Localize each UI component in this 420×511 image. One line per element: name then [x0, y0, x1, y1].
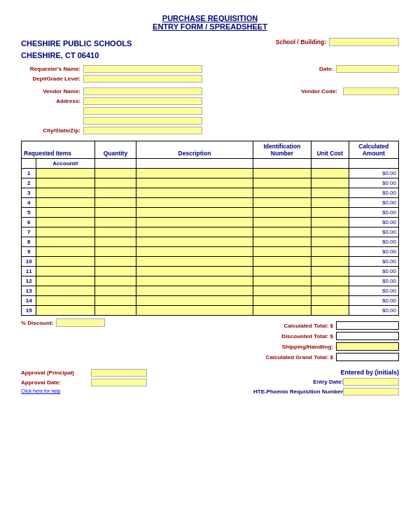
shipping-input[interactable] [336, 342, 399, 351]
id-number-cell[interactable] [253, 257, 311, 267]
unit-cost-cell[interactable] [312, 247, 349, 257]
account-cell[interactable] [36, 218, 94, 227]
address-row2 [21, 107, 259, 115]
id-number-cell[interactable] [253, 218, 311, 227]
account-cell[interactable] [36, 306, 94, 316]
unit-cost-cell[interactable] [312, 227, 349, 237]
discount-input[interactable] [56, 318, 105, 327]
link-row[interactable]: Click here for help [21, 388, 161, 393]
unit-cost-cell[interactable] [312, 237, 349, 247]
description-cell[interactable] [136, 296, 253, 306]
address-input3[interactable] [83, 117, 202, 125]
help-link[interactable]: Click here for help [21, 388, 60, 393]
account-cell[interactable] [36, 296, 94, 306]
unit-cost-cell[interactable] [312, 169, 349, 178]
date-input[interactable] [336, 65, 399, 73]
id-number-cell[interactable] [253, 286, 311, 296]
school-building-input[interactable] [329, 38, 399, 46]
quantity-cell[interactable] [94, 306, 136, 316]
description-cell[interactable] [136, 208, 253, 218]
account-cell[interactable] [36, 257, 94, 267]
approval-date-input[interactable] [91, 379, 147, 386]
quantity-cell[interactable] [94, 257, 136, 267]
unit-cost-cell[interactable] [312, 198, 349, 208]
quantity-cell[interactable] [94, 218, 136, 227]
quantity-cell[interactable] [94, 237, 136, 247]
unit-cost-cell[interactable] [312, 267, 349, 276]
account-cell[interactable] [36, 247, 94, 257]
quantity-cell[interactable] [94, 276, 136, 286]
unit-cost-cell[interactable] [312, 188, 349, 198]
entry-date-input[interactable] [343, 378, 399, 386]
description-cell[interactable] [136, 188, 253, 198]
id-number-cell[interactable] [253, 276, 311, 286]
description-cell[interactable] [136, 169, 253, 178]
dept-input[interactable] [83, 75, 202, 83]
address-input1[interactable] [83, 97, 202, 105]
description-cell[interactable] [136, 306, 253, 316]
quantity-cell[interactable] [94, 169, 136, 178]
table-row: 6 $0.00 [22, 218, 399, 227]
quantity-cell[interactable] [94, 198, 136, 208]
address-input2[interactable] [83, 107, 202, 115]
account-cell[interactable] [36, 208, 94, 218]
requester-input[interactable] [83, 65, 202, 73]
unit-cost-subheader [312, 159, 349, 169]
id-number-cell[interactable] [253, 188, 311, 198]
unit-cost-cell[interactable] [312, 286, 349, 296]
description-cell[interactable] [136, 178, 253, 188]
account-cell[interactable] [36, 188, 94, 198]
id-number-cell[interactable] [253, 306, 311, 316]
description-cell[interactable] [136, 267, 253, 276]
id-number-cell[interactable] [253, 296, 311, 306]
unit-cost-cell[interactable] [312, 257, 349, 267]
description-cell[interactable] [136, 276, 253, 286]
vendor-name-input[interactable] [83, 88, 202, 95]
unit-cost-cell[interactable] [312, 306, 349, 316]
calculated-total-input[interactable] [336, 321, 399, 330]
phoenix-input[interactable] [343, 388, 399, 396]
quantity-cell[interactable] [94, 247, 136, 257]
left-info: Requester's Name: Dept/Grade Level: [21, 65, 259, 85]
account-cell[interactable] [36, 178, 94, 188]
quantity-cell[interactable] [94, 178, 136, 188]
id-number-cell[interactable] [253, 227, 311, 237]
quantity-cell[interactable] [94, 267, 136, 276]
vendor-code-input[interactable] [343, 88, 399, 95]
description-cell[interactable] [136, 286, 253, 296]
id-number-cell[interactable] [253, 178, 311, 188]
discounted-total-input[interactable] [336, 332, 399, 340]
description-cell[interactable] [136, 198, 253, 208]
unit-cost-cell[interactable] [312, 218, 349, 227]
unit-cost-cell[interactable] [312, 178, 349, 188]
id-number-cell[interactable] [253, 169, 311, 178]
account-cell[interactable] [36, 276, 94, 286]
unit-cost-cell[interactable] [312, 276, 349, 286]
account-cell[interactable] [36, 267, 94, 276]
id-number-cell[interactable] [253, 237, 311, 247]
quantity-cell[interactable] [94, 227, 136, 237]
quantity-cell[interactable] [94, 188, 136, 198]
city-input[interactable] [83, 127, 202, 134]
grand-total-input[interactable] [336, 353, 399, 361]
description-cell[interactable] [136, 257, 253, 267]
quantity-cell[interactable] [94, 296, 136, 306]
account-cell[interactable] [36, 169, 94, 178]
quantity-cell[interactable] [94, 286, 136, 296]
id-number-cell[interactable] [253, 247, 311, 257]
id-number-cell[interactable] [253, 208, 311, 218]
description-cell[interactable] [136, 218, 253, 227]
unit-cost-cell[interactable] [312, 296, 349, 306]
principal-input[interactable] [91, 369, 147, 377]
id-number-cell[interactable] [253, 267, 311, 276]
account-cell[interactable] [36, 227, 94, 237]
unit-cost-cell[interactable] [312, 208, 349, 218]
id-number-cell[interactable] [253, 198, 311, 208]
description-cell[interactable] [136, 237, 253, 247]
account-cell[interactable] [36, 286, 94, 296]
description-cell[interactable] [136, 227, 253, 237]
description-cell[interactable] [136, 247, 253, 257]
quantity-cell[interactable] [94, 208, 136, 218]
account-cell[interactable] [36, 237, 94, 247]
account-cell[interactable] [36, 198, 94, 208]
